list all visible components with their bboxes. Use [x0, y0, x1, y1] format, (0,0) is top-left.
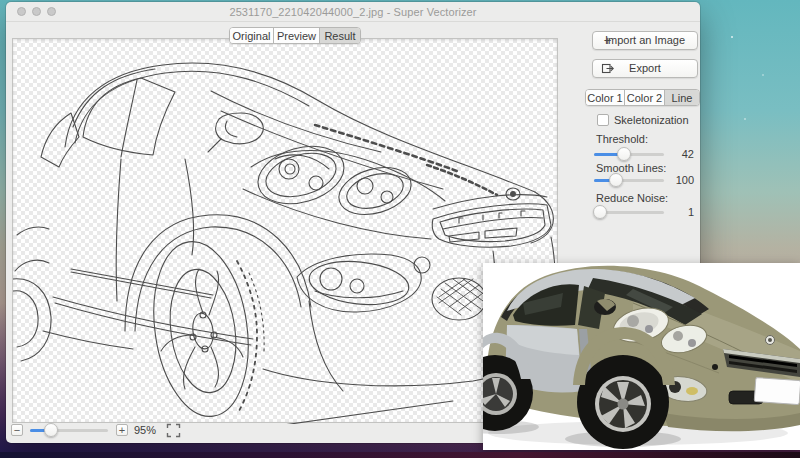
reduce-noise-value: 1 — [668, 206, 694, 218]
smooth-lines-slider: 100 — [594, 173, 694, 187]
threshold-thumb[interactable] — [617, 147, 631, 161]
skeletonization-label: Skeletonization — [614, 114, 689, 126]
smooth-lines-value: 100 — [668, 174, 694, 186]
tab-line[interactable]: Line — [665, 90, 699, 105]
zoom-in-button[interactable]: + — [116, 424, 128, 436]
reduce-noise-thumb[interactable] — [593, 205, 607, 219]
threshold-label: Threshold: — [596, 133, 648, 145]
wallpaper-star — [731, 36, 733, 38]
import-image-label: Import an Image — [605, 34, 685, 46]
reduce-noise-label: Reduce Noise: — [596, 192, 668, 204]
import-image-button[interactable]: + Import an Image — [592, 31, 698, 50]
canvas-zoom-track[interactable] — [30, 429, 108, 432]
mode-tabs: Color 1 Color 2 Line — [585, 89, 700, 106]
tab-color2[interactable]: Color 2 — [625, 90, 665, 105]
threshold-track[interactable] — [594, 153, 664, 156]
original-car-photo — [483, 263, 800, 450]
plus-icon: + — [601, 34, 614, 47]
screen-bottom-edge — [0, 452, 800, 458]
threshold-value: 42 — [668, 148, 694, 160]
export-icon — [601, 62, 614, 75]
skeletonization-checkbox[interactable] — [597, 114, 609, 126]
export-button[interactable]: Export — [592, 59, 698, 78]
tab-original[interactable]: Original — [230, 28, 274, 43]
zoom-level: 95% — [134, 424, 156, 436]
wallpaper-star — [762, 74, 764, 76]
tab-color1[interactable]: Color 1 — [586, 90, 625, 105]
title-bar[interactable]: 2531170_221042044000_2.jpg - Super Vecto… — [6, 2, 700, 22]
result-canvas[interactable] — [12, 38, 558, 423]
smooth-lines-thumb[interactable] — [609, 173, 623, 187]
reduce-noise-track[interactable] — [594, 211, 664, 214]
tab-preview[interactable]: Preview — [274, 28, 320, 43]
canvas-zoom-thumb[interactable] — [44, 423, 58, 437]
reduce-noise-slider: 1 — [594, 205, 694, 219]
window-title: 2531170_221042044000_2.jpg - Super Vecto… — [6, 6, 700, 18]
vectorized-car-drawing — [13, 39, 559, 424]
smooth-lines-track[interactable] — [594, 179, 664, 182]
tab-result[interactable]: Result — [320, 28, 360, 43]
original-photo-window[interactable] — [483, 263, 800, 450]
skeletonization-row: Skeletonization — [597, 114, 689, 126]
wallpaper-star — [744, 118, 746, 120]
export-label: Export — [629, 62, 661, 74]
view-tabs: Original Preview Result — [229, 27, 361, 44]
fullscreen-icon[interactable] — [166, 423, 181, 438]
threshold-slider: 42 — [594, 147, 694, 161]
zoom-out-button[interactable]: − — [11, 424, 23, 436]
